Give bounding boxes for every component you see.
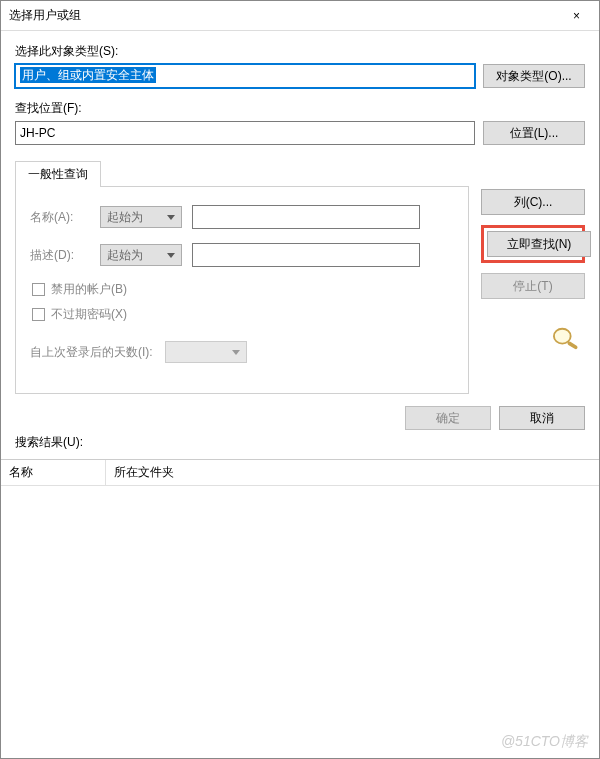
query-tabs: 一般性查询 名称(A): 起始为 描述(D): 起始为 bbox=[15, 161, 469, 394]
stop-button[interactable]: 停止(T) bbox=[481, 273, 585, 299]
search-icon bbox=[547, 325, 585, 351]
object-types-button[interactable]: 对象类型(O)... bbox=[483, 64, 585, 88]
close-button[interactable]: × bbox=[554, 1, 599, 30]
results-label: 搜索结果(U): bbox=[15, 434, 585, 451]
disabled-accounts-checkbox[interactable] bbox=[32, 283, 45, 296]
name-label: 名称(A): bbox=[30, 209, 90, 226]
object-type-label: 选择此对象类型(S): bbox=[15, 43, 585, 60]
column-folder-header[interactable]: 所在文件夹 bbox=[106, 460, 599, 486]
locations-button[interactable]: 位置(L)... bbox=[483, 121, 585, 145]
close-icon: × bbox=[573, 9, 580, 23]
results-grid: 名称 所在文件夹 bbox=[1, 459, 599, 726]
column-name-header[interactable]: 名称 bbox=[1, 460, 106, 486]
tab-general-query[interactable]: 一般性查询 bbox=[15, 161, 101, 187]
days-since-login-combo[interactable] bbox=[165, 341, 247, 363]
name-match-combo[interactable]: 起始为 bbox=[100, 206, 182, 228]
days-since-login-label: 自上次登录后的天数(I): bbox=[30, 344, 153, 361]
desc-match-combo[interactable]: 起始为 bbox=[100, 244, 182, 266]
results-body bbox=[1, 486, 599, 726]
non-expiring-pwd-label: 不过期密码(X) bbox=[51, 306, 127, 323]
svg-point-0 bbox=[554, 329, 571, 344]
columns-button[interactable]: 列(C)... bbox=[481, 189, 585, 215]
results-header: 名称 所在文件夹 bbox=[1, 460, 599, 486]
ok-button[interactable]: 确定 bbox=[405, 406, 491, 430]
window-title: 选择用户或组 bbox=[9, 7, 554, 24]
non-expiring-pwd-checkbox[interactable] bbox=[32, 308, 45, 321]
watermark-text: @51CTO博客 bbox=[501, 733, 588, 751]
titlebar: 选择用户或组 × bbox=[1, 1, 599, 31]
cancel-button[interactable]: 取消 bbox=[499, 406, 585, 430]
name-input[interactable] bbox=[192, 205, 420, 229]
tab-panel: 名称(A): 起始为 描述(D): 起始为 禁用的帐户(B) bbox=[15, 186, 469, 394]
find-now-highlight: 立即查找(N) bbox=[481, 225, 585, 263]
location-input[interactable] bbox=[15, 121, 475, 145]
object-type-value: 用户、组或内置安全主体 bbox=[20, 67, 156, 83]
disabled-accounts-label: 禁用的帐户(B) bbox=[51, 281, 127, 298]
desc-label: 描述(D): bbox=[30, 247, 90, 264]
desc-input[interactable] bbox=[192, 243, 420, 267]
side-buttons: 列(C)... 立即查找(N) 停止(T) bbox=[481, 157, 585, 351]
object-type-input[interactable]: 用户、组或内置安全主体 bbox=[15, 64, 475, 88]
location-label: 查找位置(F): bbox=[15, 100, 585, 117]
svg-rect-1 bbox=[567, 341, 578, 350]
dialog-content: 选择此对象类型(S): 用户、组或内置安全主体 对象类型(O)... 查找位置(… bbox=[1, 31, 599, 459]
find-now-button[interactable]: 立即查找(N) bbox=[487, 231, 591, 257]
